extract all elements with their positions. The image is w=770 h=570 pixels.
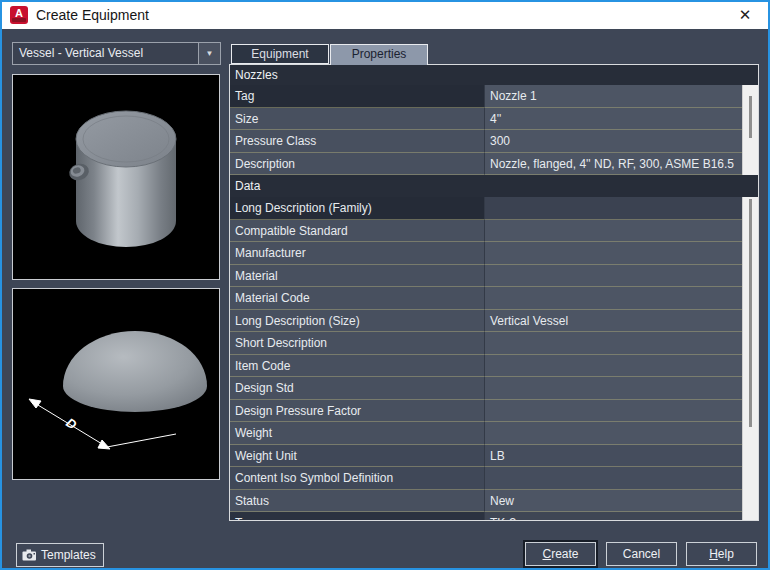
title-bar: A Create Equipment ✕ — [2, 2, 768, 29]
equipment-type-value: Vessel - Vertical Vessel — [19, 43, 143, 64]
property-label[interactable]: Design Std — [230, 377, 484, 400]
property-label[interactable]: Description — [230, 153, 484, 176]
property-label[interactable]: Compatible Standard — [230, 220, 484, 243]
property-value[interactable] — [484, 242, 758, 265]
property-row-status: StatusNew — [230, 490, 758, 513]
close-button[interactable]: ✕ — [728, 2, 762, 29]
section-header-nozzles: Nozzles — [230, 65, 758, 85]
window-title: Create Equipment — [36, 2, 149, 29]
property-value[interactable]: Nozzle 1 — [484, 85, 758, 108]
property-label[interactable]: Design Pressure Factor — [230, 400, 484, 423]
data-scrollbar[interactable] — [742, 197, 758, 521]
templates-button[interactable]: Templates — [16, 543, 104, 567]
nozzles-scrollbar[interactable] — [742, 85, 758, 175]
vessel-preview-image — [13, 75, 219, 279]
property-row-content-iso-symbol-definition: Content Iso Symbol Definition — [230, 467, 758, 490]
property-label[interactable]: Tag — [230, 512, 484, 521]
section-header-data: Data — [230, 175, 758, 197]
section-nozzles: NozzlesTagNozzle 1Size4''Pressure Class3… — [230, 65, 758, 175]
help-button[interactable]: Help — [686, 542, 757, 566]
property-grid: NozzlesTagNozzle 1Size4''Pressure Class3… — [229, 64, 759, 521]
property-row-material: Material — [230, 265, 758, 288]
property-row-item-code: Item Code — [230, 355, 758, 378]
property-value[interactable]: 300 — [484, 130, 758, 153]
property-row-weight-unit: Weight UnitLB — [230, 445, 758, 468]
property-value[interactable] — [484, 287, 758, 310]
property-value[interactable] — [484, 355, 758, 378]
property-row-size: Size4'' — [230, 108, 758, 131]
property-row-compatible-standard: Compatible Standard — [230, 220, 758, 243]
property-row-long-description-size: Long Description (Size)Vertical Vessel — [230, 310, 758, 333]
property-row-pressure-class: Pressure Class300 — [230, 130, 758, 153]
cancel-button[interactable]: Cancel — [606, 542, 677, 566]
templates-label: Templates — [41, 548, 96, 562]
property-label[interactable]: Weight Unit — [230, 445, 484, 468]
property-row-tag: TagTK-? — [230, 512, 758, 521]
tab-equipment[interactable]: Equipment — [231, 44, 329, 64]
property-label[interactable]: Short Description — [230, 332, 484, 355]
property-row-tag: TagNozzle 1 — [230, 85, 758, 108]
close-icon: ✕ — [739, 6, 752, 23]
equipment-type-dropdown[interactable]: Vessel - Vertical Vessel ▼ — [12, 42, 221, 65]
property-value[interactable]: 4'' — [484, 108, 758, 131]
data-scrollbar-thumb[interactable] — [749, 199, 752, 427]
create-button[interactable]: Create — [525, 542, 596, 566]
data-rows: Long Description (Family)Compatible Stan… — [230, 197, 758, 521]
property-row-material-code: Material Code — [230, 287, 758, 310]
property-value[interactable] — [484, 265, 758, 288]
property-label[interactable]: Manufacturer — [230, 242, 484, 265]
property-label[interactable]: Item Code — [230, 355, 484, 378]
property-value[interactable]: Vertical Vessel — [484, 310, 758, 333]
tab-properties[interactable]: Properties — [330, 44, 428, 65]
property-label[interactable]: Weight — [230, 422, 484, 445]
property-label[interactable]: Tag — [230, 85, 484, 108]
property-value[interactable] — [484, 220, 758, 243]
property-value[interactable]: Nozzle, flanged, 4'' ND, RF, 300, ASME B… — [484, 153, 758, 176]
property-value[interactable]: LB — [484, 445, 758, 468]
property-value[interactable] — [484, 467, 758, 490]
property-row-description: DescriptionNozzle, flanged, 4'' ND, RF, … — [230, 153, 758, 176]
autocad-app-icon: A — [10, 6, 28, 24]
property-label[interactable]: Long Description (Size) — [230, 310, 484, 333]
property-row-design-pressure-factor: Design Pressure Factor — [230, 400, 758, 423]
property-value[interactable] — [484, 377, 758, 400]
create-equipment-dialog: A Create Equipment ✕ Vessel - Vertical V… — [0, 0, 770, 570]
property-value[interactable] — [484, 197, 758, 220]
chevron-down-icon: ▼ — [199, 43, 220, 64]
nozzles-scrollbar-thumb[interactable] — [749, 96, 752, 138]
dimension-label: D — [63, 415, 79, 433]
property-label[interactable]: Long Description (Family) — [230, 197, 484, 220]
dropdown-arrow-button[interactable]: ▼ — [198, 43, 220, 64]
property-label[interactable]: Content Iso Symbol Definition — [230, 467, 484, 490]
section-data: DataLong Description (Family)Compatible … — [230, 175, 758, 521]
property-label[interactable]: Size — [230, 108, 484, 131]
property-label[interactable]: Status — [230, 490, 484, 513]
property-row-manufacturer: Manufacturer — [230, 242, 758, 265]
property-row-short-description: Short Description — [230, 332, 758, 355]
property-label[interactable]: Material — [230, 265, 484, 288]
property-row-design-std: Design Std — [230, 377, 758, 400]
property-label[interactable]: Material Code — [230, 287, 484, 310]
property-value[interactable]: TK-? — [484, 512, 758, 521]
head-preview-image: D — [13, 289, 219, 479]
property-value[interactable] — [484, 332, 758, 355]
vessel-preview — [12, 74, 220, 280]
property-label[interactable]: Pressure Class — [230, 130, 484, 153]
head-preview: D — [12, 288, 220, 480]
camera-icon — [22, 549, 37, 561]
property-row-long-description-family: Long Description (Family) — [230, 197, 758, 220]
nozzles-rows: TagNozzle 1Size4''Pressure Class300Descr… — [230, 85, 758, 175]
property-row-weight: Weight — [230, 422, 758, 445]
property-value[interactable]: New — [484, 490, 758, 513]
property-value[interactable] — [484, 422, 758, 445]
property-value[interactable] — [484, 400, 758, 423]
